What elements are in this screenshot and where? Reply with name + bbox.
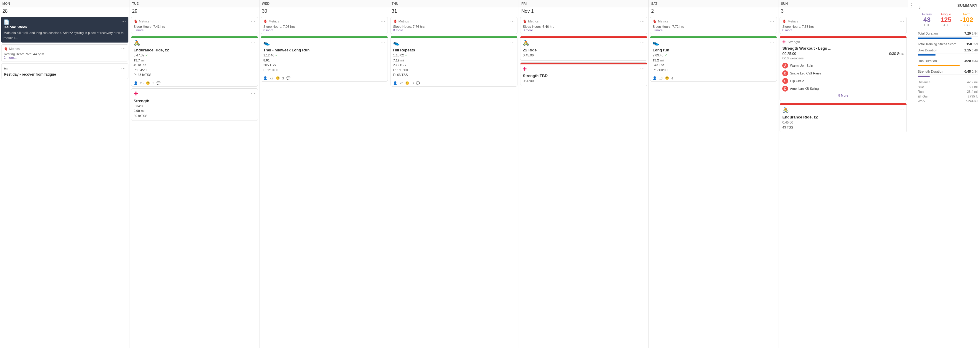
bike-icon: 🚴 [782,107,789,113]
thursday-header: THU [389,0,519,7]
rest-menu[interactable]: ⋯ [121,66,126,71]
exercise-b-badge: B [782,70,788,76]
strength-icon: ✚ [134,90,138,97]
sat-longrun-card[interactable]: 👟 ⋯ Long run 2:09:43 ✓ 13.2 mi 343 TSS P… [650,36,777,81]
run-icon: 👟 [393,40,400,46]
run-duration-row: Run Duration 4:20 4:33 [918,58,978,64]
total-duration-value: 7:20 5:54 [964,32,978,35]
exercise-a-row: A Warm Up - Spin [782,62,904,69]
deload-title: Deload Week [3,25,126,29]
longrun-menu[interactable]: ⋯ [770,40,774,45]
monday-column: MON 28 📄 ⋯ Deload Week Maintain hill, tr… [0,0,130,348]
sun-strength-card[interactable]: ✚ Strength ⋯ Strength Workout - Legs ...… [780,36,907,101]
sun-endurance-time: 0:45:00 [782,121,793,124]
stat-bike: Bike 13.7 mi [918,85,978,89]
strength-icon: ✚ [782,40,786,44]
metrics-label: Metrics [139,19,150,23]
mood-count: 3 [412,81,414,85]
sat-metrics-card: 🫀 Metrics ⋯ Sleep Hours: 7.72 hrs 8 more… [650,17,777,34]
strength-menu[interactable]: ⋯ [251,91,255,96]
week-menu[interactable]: ⋮ [909,2,914,8]
metrics-label: Metrics [269,19,279,23]
run-duration-value: 4:20 4:33 [964,59,978,62]
tue-endurance-card[interactable]: 🚴 ⋯ Endurance Ride, z2 0:47:32 ✓ 13.7 mi… [131,36,258,86]
sat-metrics-menu[interactable]: ⋯ [770,19,774,24]
longrun-name: Long run [653,48,775,52]
fatigue-label: Fatigue [940,13,951,16]
sun-endurance-card[interactable]: 🚴 ⋯ Endurance Ride, z2 0:45:00 43 TSS [780,103,907,132]
stat-elgain: El. Gain 2795 ft [918,94,978,99]
strength-label: Strength [788,40,800,44]
form-metric: Form -102 TSB [960,13,973,27]
strength-icon: ✚ [523,66,527,72]
trail-menu[interactable]: ⋯ [380,40,385,45]
form-tsb: TSB [960,24,973,27]
thu-sleep: Sleep Hours: 7.76 hrs [393,25,515,28]
tue-metrics-menu[interactable]: ⋯ [251,19,255,24]
stat-distance-value: 42.2 mi [967,80,978,84]
total-duration-row: Total Duration 7:20 5:54 [918,30,978,37]
metrics-label: Metrics [528,19,538,23]
wed-metrics-card: 🫀 Metrics ⋯ Sleep Hours: 7.05 hrs 8 more… [261,17,388,34]
fri-strength-tbd-card[interactable]: ✚ ⋯ Strength TBD 0:20:00 [520,62,648,86]
stat-elgain-value: 2795 ft [967,94,978,98]
endurance-menu[interactable]: ⋯ [251,40,255,45]
bike-duration-label: Bike Duration [918,48,937,52]
sunday-header: SUN [778,0,908,7]
tue-metrics-more[interactable]: 8 more... [134,28,256,32]
sun-metrics-menu[interactable]: ⋯ [899,19,904,24]
fri-metrics-more[interactable]: 8 more... [523,28,645,32]
fitness-label: Fitness [922,13,932,16]
sun-strength-menu[interactable]: ⋯ [899,40,904,44]
wed-metrics-menu[interactable]: ⋯ [380,19,385,24]
tue-strength-card[interactable]: ✚ ⋯ Strength 0:34:05 0.00 mi 29 hrTSS [131,88,258,121]
wed-trail-card[interactable]: 👟 ⋯ Trail - Midweek Long Run 1:12:46 ✓ 8… [261,36,388,81]
exercise-c-row: C Hip Circle [782,77,904,85]
more-exercises-link[interactable]: 8 More [782,93,904,98]
metrics-menu[interactable]: ⋯ [121,46,126,51]
sun-endurance-menu[interactable]: ⋯ [899,107,904,112]
wed-metrics-more[interactable]: 8 more... [263,28,385,32]
metrics-icon: 🫀 [523,19,527,23]
summary-panel: › SUMMARY Fitness 43 CTL Fatigue 125 ATL… [915,0,980,348]
deload-menu[interactable]: ⋯ [121,19,126,24]
document-icon: 📄 [3,19,10,25]
fri-metrics-menu[interactable]: ⋯ [640,19,645,24]
endurance-p2: P: 43 hrTSS [134,73,151,77]
exercise-b-name: Single Leg Calf Raise [790,72,821,75]
check-icon: ✓ [145,53,148,57]
strength-tbd-menu[interactable]: ⋯ [640,67,645,71]
rest-title: Rest day - recover from fatigue [4,72,126,77]
thu-metrics-menu[interactable]: ⋯ [510,19,515,24]
longrun-dist: 13.2 mi [653,59,663,62]
run-duration-label: Run Duration [918,59,937,62]
fri-z2-card[interactable]: 🚴 ⋯ Z2 Ride 0:45:00 [520,36,648,61]
bike-duration-value: 2:15 0:48 [964,48,978,52]
trail-time: 1:12:46 [263,53,274,57]
z2-menu[interactable]: ⋯ [640,40,645,45]
sun-metrics-more[interactable]: 8 more... [782,28,904,32]
saturday-header: SAT [649,0,778,7]
rest-card: 🛏 ⋯ Rest day - recover from fatigue [1,63,129,79]
trail-p1: P: 1:10:00 [263,68,278,72]
metrics-icon: 🫀 [393,19,397,23]
sunday-date: 3 [778,7,908,16]
sat-metrics-more[interactable]: 8 more... [653,28,775,32]
stat-elgain-label: El. Gain [918,94,929,98]
endurance-p1: P: 0:45:00 [134,68,148,72]
summary-prev-btn[interactable]: › [918,3,922,12]
thu-metrics-more[interactable]: 8 more... [393,28,515,32]
thu-hill-card[interactable]: 👟 ⋯ Hill Repeats 1:10:02 ✓ 7.19 mi 233 T… [391,36,518,86]
sun-metrics-card: 🫀 Metrics ⋯ Sleep Hours: 7.53 hrs 8 more… [780,17,907,34]
hill-menu[interactable]: ⋯ [510,40,515,45]
strength-dist: 0.00 mi [134,109,145,113]
comment-icon: 💬 [416,81,420,85]
metrics-label: Metrics [788,19,798,23]
metrics-more[interactable]: 2 more... [4,56,126,59]
stats-section: Distance 42.2 mi Bike 13.7 mi Run 28.4 m… [918,80,978,104]
fri-metrics-card: 🫀 Metrics ⋯ Sleep Hours: 6.46 hrs 8 more… [520,17,648,34]
strength-time: 0:34:05 [134,104,145,108]
mood-icon: 😊 [665,76,669,80]
exercise-c-badge: C [782,78,788,84]
stat-work-label: Work [918,99,925,103]
